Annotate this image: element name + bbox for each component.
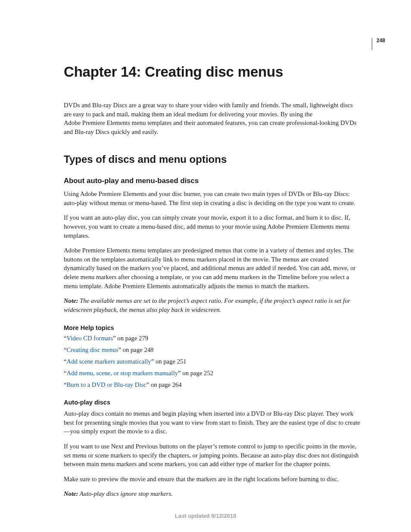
subsection-heading-autoplay: Auto-play discs (64, 399, 361, 406)
page-ref: ” on page 252 (178, 370, 213, 376)
body-paragraph: Auto-play discs contain no menus and beg… (64, 409, 361, 436)
note-body: The available menus are set to the proje… (64, 297, 350, 313)
help-topic-link[interactable]: Add scene markers automatically (67, 358, 151, 365)
help-topic-line: “Creating disc menus” on page 248 (64, 346, 361, 354)
page-footer: Last updated 8/12/2010 (0, 513, 411, 519)
note-label: Note: (64, 297, 78, 304)
note-label: Note: (64, 490, 78, 497)
help-topic-link[interactable]: Add menu, scene, or stop markers manuall… (67, 370, 178, 376)
page-ref: ” on page 248 (118, 346, 153, 353)
note-paragraph: Note: Auto-play discs ignore stop marker… (64, 489, 361, 498)
help-topic-line: “Add menu, scene, or stop markers manual… (64, 370, 361, 377)
body-paragraph: If you want to use Next and Previous but… (64, 442, 361, 469)
note-body: Auto-play discs ignore stop markers. (78, 490, 172, 497)
page-ref: ” on page 251 (151, 358, 187, 365)
body-paragraph: If you want an auto-play disc, you can s… (64, 213, 361, 240)
section-heading: Types of discs and menu options (64, 153, 361, 165)
body-paragraph: Make sure to preview the movie and ensur… (64, 475, 361, 484)
chapter-heading: Chapter 14: Creating disc menus (64, 64, 361, 80)
body-paragraph: Using Adobe Premiere Elements and your d… (64, 190, 361, 207)
help-topic-line: “Burn to a DVD or Blu-ray Disc” on page … (64, 381, 361, 389)
help-topic-link[interactable]: Creating disc menus (67, 346, 118, 353)
more-help-heading: More Help topics (64, 324, 361, 331)
body-paragraph: Adobe Premiere Elements menu templates a… (64, 246, 361, 290)
help-topic-line: “Video CD formats” on page 279 (64, 335, 361, 342)
page-ref: ” on page 279 (113, 335, 148, 342)
intro-paragraph: DVDs and Blu-ray Discs are a great way t… (64, 101, 361, 136)
page-number: 248 (372, 38, 385, 50)
help-topic-line: “Add scene markers automatically” on pag… (64, 358, 361, 365)
subsection-heading-about: About auto-play and menu-based discs (64, 177, 361, 185)
page-ref: ” on page 264 (146, 381, 182, 388)
page-content: Chapter 14: Creating disc menus DVDs and… (64, 64, 361, 504)
help-topic-link[interactable]: Burn to a DVD or Blu-ray Disc (67, 381, 146, 388)
help-topic-link[interactable]: Video CD formats (67, 335, 113, 342)
note-paragraph: Note: The available menus are set to the… (64, 296, 361, 314)
